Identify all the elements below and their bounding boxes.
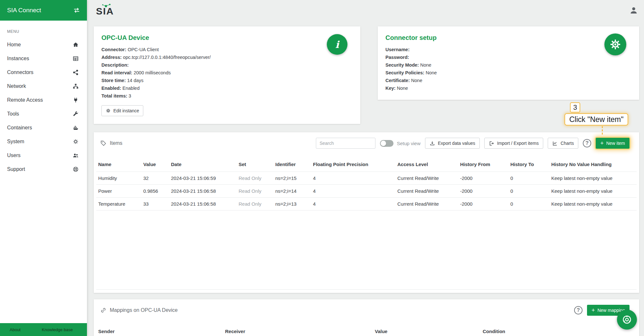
gear-icon bbox=[106, 108, 111, 113]
system-icon bbox=[72, 138, 79, 145]
connector-card-title: Connector setup bbox=[385, 34, 631, 42]
sidebar-item-remote-access[interactable]: Remote Access bbox=[0, 93, 87, 107]
sidebar-item-network[interactable]: Network bbox=[0, 79, 87, 93]
tools-icon bbox=[72, 111, 79, 117]
user-account-icon[interactable] bbox=[629, 6, 638, 15]
sidebar-item-label: Tools bbox=[7, 111, 19, 117]
about-link[interactable]: About bbox=[10, 327, 21, 332]
column-header: Value bbox=[373, 324, 481, 336]
collapse-sidebar-icon[interactable] bbox=[73, 6, 80, 14]
download-icon bbox=[430, 141, 435, 146]
sidebar-item-label: Support bbox=[7, 166, 25, 172]
sidebar-item-support[interactable]: Support bbox=[0, 162, 87, 176]
connector-settings-button[interactable] bbox=[604, 33, 626, 55]
edit-instance-button[interactable]: Edit instance bbox=[101, 105, 143, 116]
sidebar-item-home[interactable]: Home bbox=[0, 38, 87, 51]
remote-access-icon bbox=[72, 97, 79, 103]
column-header: Access Level bbox=[395, 157, 458, 172]
mappings-help-icon[interactable]: ? bbox=[574, 306, 582, 314]
plus-icon: + bbox=[592, 307, 595, 313]
users-icon bbox=[72, 152, 79, 159]
mappings-table: Sender Receiver Value Condition bbox=[96, 324, 637, 336]
device-field: Description bbox=[101, 61, 353, 69]
support-icon bbox=[72, 166, 79, 173]
home-icon bbox=[72, 42, 79, 48]
column-header: History From bbox=[458, 157, 508, 172]
annotation-connector-line bbox=[602, 126, 603, 135]
column-header: History To bbox=[508, 157, 549, 172]
plus-icon: + bbox=[600, 140, 604, 146]
connector-field: Password bbox=[385, 53, 631, 61]
column-header: Condition bbox=[481, 324, 637, 336]
connector-field: Security Policies None bbox=[385, 69, 631, 77]
setup-view-label: Setup view bbox=[397, 141, 420, 146]
connectors-icon bbox=[72, 69, 79, 76]
sidebar-item-users[interactable]: Users bbox=[0, 148, 87, 162]
sia-target-icon bbox=[621, 314, 632, 325]
items-table: Name Value Date Set Identifier Floating … bbox=[96, 157, 637, 210]
toggle-knob bbox=[381, 141, 386, 146]
column-header: Value bbox=[141, 157, 169, 172]
column-header: Date bbox=[169, 157, 237, 172]
sidebar-item-connectors[interactable]: Connectors bbox=[0, 65, 87, 79]
sidebar-item-system[interactable]: System bbox=[0, 135, 87, 148]
device-field: Read interval 2000 milliseconds bbox=[101, 69, 353, 77]
connector-field: Security Mode None bbox=[385, 61, 631, 69]
connector-field: Certificate None bbox=[385, 77, 631, 84]
annotation-step-number: 3 bbox=[570, 102, 580, 113]
knowledge-base-link[interactable]: Knowledge base bbox=[42, 327, 73, 332]
table-row[interactable]: Temperature 33 2024-03-21 15:06:58 Read … bbox=[96, 198, 637, 210]
items-table-bottom-divider bbox=[96, 289, 637, 290]
sidebar-item-instances[interactable]: Instances bbox=[0, 51, 87, 65]
charts-button[interactable]: Charts bbox=[548, 138, 578, 149]
items-panel: Items Setup view Export data values Impo… bbox=[94, 132, 639, 293]
info-icon: i bbox=[335, 39, 339, 50]
sidebar: SIA Connect MENU Home Instances Connecto… bbox=[0, 0, 87, 336]
sidebar-item-label: Instances bbox=[7, 56, 29, 61]
column-header: Identifier bbox=[273, 157, 311, 172]
device-field: Store time 14 days bbox=[101, 77, 353, 84]
mappings-table-header: Sender Receiver Value Condition bbox=[96, 324, 637, 336]
menu-section-label: MENU bbox=[0, 21, 87, 38]
items-help-icon[interactable]: ? bbox=[583, 139, 591, 147]
import-export-icon bbox=[489, 141, 494, 146]
connector-setup-card: Connector setup Username Password Securi… bbox=[378, 26, 639, 100]
sidebar-header: SIA Connect bbox=[0, 0, 87, 21]
gear-icon bbox=[609, 38, 621, 51]
network-icon bbox=[72, 83, 79, 89]
column-header: Name bbox=[96, 157, 141, 172]
sidebar-item-label: System bbox=[7, 139, 24, 145]
sidebar-item-containers[interactable]: Containers bbox=[0, 121, 87, 135]
table-row[interactable]: Power 0.9856 2024-03-21 15:06:58 Read On… bbox=[96, 185, 637, 198]
sidebar-footer: About Knowledge base bbox=[0, 323, 87, 336]
column-header: Floating Point Precision bbox=[311, 157, 395, 172]
device-field: Connector OPC-UA Client bbox=[101, 46, 353, 53]
items-table-header: Name Value Date Set Identifier Floating … bbox=[96, 157, 637, 172]
column-header: History No Value Handling bbox=[549, 157, 637, 172]
items-panel-title: Items bbox=[100, 140, 122, 146]
chart-icon bbox=[552, 141, 558, 146]
main-content: OPC-UA Device Connector OPC-UA Client Ad… bbox=[87, 21, 644, 336]
device-field: Address opc.tcp://127.0.0.1:4840/freeopc… bbox=[101, 53, 353, 61]
mappings-panel-title: Mappings on OPC-UA Device bbox=[100, 307, 178, 313]
sidebar-item-tools[interactable]: Tools bbox=[0, 107, 87, 121]
tag-icon bbox=[100, 140, 107, 146]
annotation-tooltip: Click "New item" bbox=[564, 113, 628, 126]
device-card: OPC-UA Device Connector OPC-UA Client Ad… bbox=[94, 26, 360, 124]
svg-text:SIA: SIA bbox=[96, 6, 114, 16]
device-field: Enabled Enabled bbox=[101, 84, 353, 92]
table-row[interactable]: Humidity 32 2024-03-21 15:06:59 Read Onl… bbox=[96, 172, 637, 185]
export-data-values-button[interactable]: Export data values bbox=[425, 138, 480, 149]
column-header: Set bbox=[237, 157, 273, 172]
new-item-button[interactable]: + New item bbox=[596, 138, 630, 149]
support-fab-button[interactable] bbox=[617, 310, 637, 330]
device-field: Total items 3 bbox=[101, 92, 353, 100]
import-export-items-button[interactable]: Import / Export items bbox=[484, 138, 543, 149]
setup-view-toggle[interactable] bbox=[380, 140, 393, 147]
containers-icon bbox=[72, 125, 79, 131]
mappings-panel: Mappings on OPC-UA Device ? + New mappin… bbox=[94, 299, 639, 336]
device-info-button[interactable]: i bbox=[327, 34, 347, 55]
search-input[interactable] bbox=[316, 138, 375, 149]
column-header: Receiver bbox=[223, 324, 373, 336]
instances-icon bbox=[72, 55, 79, 62]
